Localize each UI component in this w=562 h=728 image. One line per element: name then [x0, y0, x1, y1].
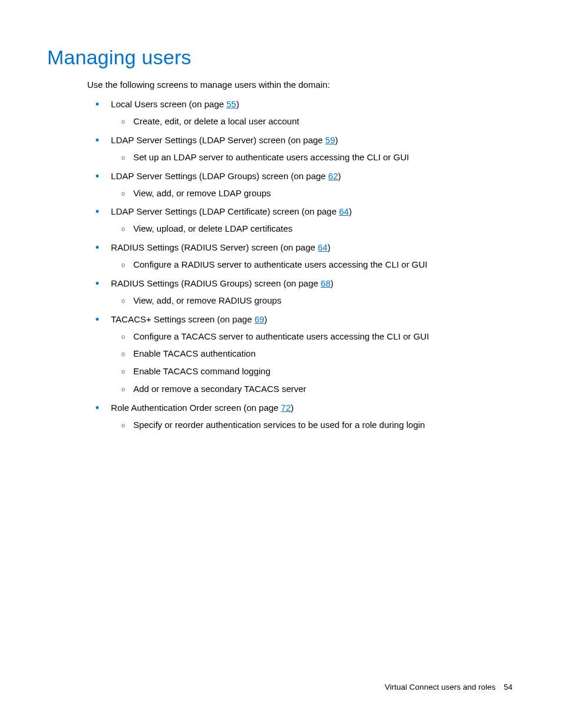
bullet-prefix: RADIUS Settings (RADIUS Groups) screen (… — [111, 278, 320, 288]
sub-text: View, add, or remove LDAP groups — [133, 187, 271, 200]
circle-icon: o — [121, 332, 125, 342]
bullet-prefix: TACACS+ Settings screen (on page — [111, 314, 254, 324]
bullet-suffix: ) — [291, 403, 294, 413]
bullet-text: Role Authentication Order screen (on pag… — [111, 401, 293, 414]
sub-list-item: oCreate, edit, or delete a local user ac… — [121, 115, 515, 128]
sub-list-item: oEnable TACACS authentication — [121, 347, 515, 360]
page-link[interactable]: 55 — [226, 99, 236, 109]
circle-icon: o — [121, 350, 125, 359]
sub-text: Specify or reorder authentication servic… — [133, 419, 425, 431]
sub-list: oCreate, edit, or delete a local user ac… — [121, 115, 515, 128]
bullet-prefix: LDAP Server Settings (LDAP Groups) scree… — [111, 171, 328, 181]
sub-text: Set up an LDAP server to authenticate us… — [133, 151, 409, 164]
circle-icon: o — [121, 117, 125, 127]
page-link[interactable]: 64 — [339, 206, 349, 216]
sub-list: oView, add, or remove RADIUS groups — [121, 294, 515, 307]
bullet-row: •RADIUS Settings (RADIUS Server) screen … — [95, 241, 515, 253]
sub-list: oSpecify or reorder authentication servi… — [121, 419, 515, 431]
sub-list-item: oAdd or remove a secondary TACACS server — [121, 383, 515, 396]
sub-list-item: oSet up an LDAP server to authenticate u… — [121, 151, 515, 164]
bullet-suffix: ) — [330, 278, 333, 288]
list-item: •LDAP Server Settings (LDAP Groups) scre… — [95, 170, 515, 200]
sub-list-item: oView, add, or remove LDAP groups — [121, 187, 515, 200]
sub-list: oView, upload, or delete LDAP certificat… — [121, 222, 515, 235]
bullet-row: •RADIUS Settings (RADIUS Groups) screen … — [95, 277, 515, 289]
bullet-icon: • — [95, 171, 99, 182]
bullet-text: RADIUS Settings (RADIUS Groups) screen (… — [111, 277, 333, 289]
bullet-row: •LDAP Server Settings (LDAP Groups) scre… — [95, 170, 515, 182]
circle-icon: o — [121, 225, 125, 234]
circle-icon: o — [121, 153, 125, 163]
bullet-suffix: ) — [236, 99, 239, 109]
intro-text: Use the following screens to manage user… — [87, 80, 515, 90]
sub-list-item: oConfigure a TACACS server to authentica… — [121, 330, 515, 343]
sub-text: Create, edit, or delete a local user acc… — [133, 115, 299, 128]
sub-list-item: oConfigure a RADIUS server to authentica… — [121, 258, 515, 271]
sub-list: oSet up an LDAP server to authenticate u… — [121, 151, 515, 164]
bullet-text: LDAP Server Settings (LDAP Certificate) … — [111, 205, 352, 218]
page-link[interactable]: 59 — [325, 135, 335, 145]
page-link[interactable]: 69 — [254, 314, 265, 324]
bullet-row: •LDAP Server Settings (LDAP Certificate)… — [95, 205, 515, 218]
bullet-row: •Role Authentication Order screen (on pa… — [95, 401, 515, 414]
bullet-prefix: RADIUS Settings (RADIUS Server) screen (… — [111, 242, 318, 252]
bullet-suffix: ) — [349, 206, 352, 216]
sub-text: Add or remove a secondary TACACS server — [133, 383, 306, 396]
bullet-icon: • — [95, 206, 99, 217]
page-title: Managing users — [47, 46, 515, 69]
bullet-icon: • — [95, 99, 99, 110]
bullet-list: •Local Users screen (on page 55)oCreate,… — [95, 98, 515, 431]
sub-list-item: oView, upload, or delete LDAP certificat… — [121, 222, 515, 235]
bullet-prefix: Role Authentication Order screen (on pag… — [111, 403, 281, 413]
list-item: •Role Authentication Order screen (on pa… — [95, 401, 515, 431]
list-item: •Local Users screen (on page 55)oCreate,… — [95, 98, 515, 128]
list-item: •RADIUS Settings (RADIUS Server) screen … — [95, 241, 515, 271]
bullet-suffix: ) — [338, 171, 341, 181]
bullet-text: TACACS+ Settings screen (on page 69) — [111, 313, 267, 325]
page-link[interactable]: 64 — [318, 242, 328, 252]
sub-list: oView, add, or remove LDAP groups — [121, 187, 515, 200]
circle-icon: o — [121, 367, 125, 377]
bullet-row: •LDAP Server Settings (LDAP Server) scre… — [95, 134, 515, 146]
page-footer: Virtual Connect users and roles 54 — [385, 683, 513, 691]
page-link[interactable]: 68 — [320, 278, 330, 288]
bullet-icon: • — [95, 135, 99, 146]
sub-text: View, add, or remove RADIUS groups — [133, 294, 282, 307]
bullet-row: •Local Users screen (on page 55) — [95, 98, 515, 110]
bullet-suffix: ) — [328, 242, 330, 252]
sub-text: Enable TACACS authentication — [133, 347, 256, 360]
footer-label: Virtual Connect users and roles — [385, 683, 495, 691]
sub-list: oConfigure a TACACS server to authentica… — [121, 330, 515, 396]
circle-icon: o — [121, 297, 125, 306]
list-item: •TACACS+ Settings screen (on page 69)oCo… — [95, 313, 515, 396]
bullet-prefix: LDAP Server Settings (LDAP Certificate) … — [111, 206, 339, 216]
sub-list-item: oSpecify or reorder authentication servi… — [121, 419, 515, 431]
sub-text: View, upload, or delete LDAP certificate… — [133, 222, 292, 235]
list-item: •RADIUS Settings (RADIUS Groups) screen … — [95, 277, 515, 307]
bullet-icon: • — [95, 403, 99, 413]
sub-text: Configure a TACACS server to authenticat… — [133, 330, 429, 343]
circle-icon: o — [121, 189, 125, 199]
bullet-text: LDAP Server Settings (LDAP Groups) scree… — [111, 170, 340, 182]
bullet-prefix: Local Users screen (on page — [111, 99, 226, 109]
page-link[interactable]: 72 — [281, 403, 291, 413]
page-link[interactable]: 62 — [328, 171, 338, 181]
bullet-prefix: LDAP Server Settings (LDAP Server) scree… — [111, 135, 325, 145]
circle-icon: o — [121, 421, 125, 430]
circle-icon: o — [121, 261, 125, 270]
bullet-suffix: ) — [265, 314, 267, 324]
sub-text: Enable TACACS command logging — [133, 365, 270, 378]
document-page: Managing users Use the following screens… — [0, 0, 562, 728]
sub-list-item: oEnable TACACS command logging — [121, 365, 515, 378]
bullet-icon: • — [95, 314, 99, 325]
bullet-icon: • — [95, 278, 99, 289]
list-item: •LDAP Server Settings (LDAP Certificate)… — [95, 205, 515, 235]
sub-list: oConfigure a RADIUS server to authentica… — [121, 258, 515, 271]
bullet-icon: • — [95, 242, 99, 253]
bullet-row: •TACACS+ Settings screen (on page 69) — [95, 313, 515, 325]
footer-page-number: 54 — [504, 683, 513, 691]
circle-icon: o — [121, 385, 125, 394]
bullet-suffix: ) — [335, 135, 338, 145]
bullet-text: LDAP Server Settings (LDAP Server) scree… — [111, 134, 338, 146]
bullet-text: RADIUS Settings (RADIUS Server) screen (… — [111, 241, 330, 253]
